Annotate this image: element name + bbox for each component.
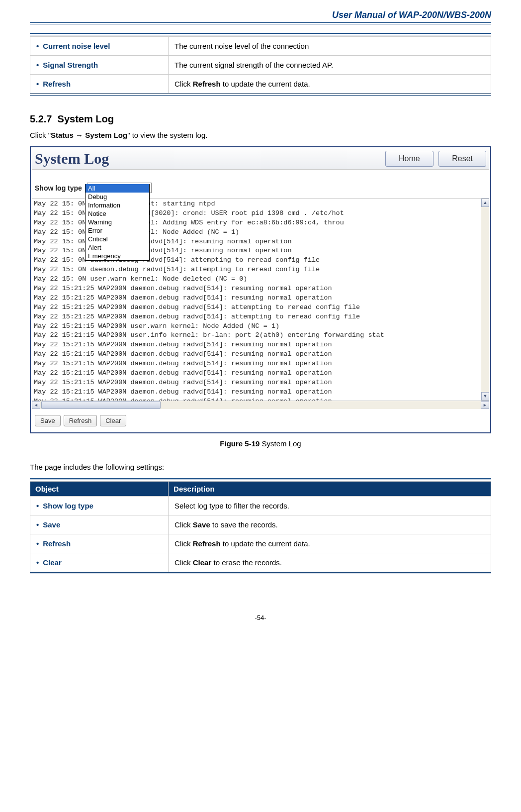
object-cell: •Signal Strength [30,56,169,75]
table-row: •SaveClick Save to save the records. [30,515,491,534]
save-button[interactable]: Save [35,415,61,426]
description-cell: Select log type to filter the records. [169,497,491,515]
log-line: May 22 15:21:15 WAP200N daemon.debug rad… [34,340,480,350]
description-cell: Click Refresh to update the current data… [169,534,491,553]
select-option[interactable]: Alert [86,243,149,252]
select-option[interactable]: Emergency [86,252,149,260]
section-heading: 5.2.7 System Log [30,113,491,125]
log-line: May 22 15: 0N user.warn kernel: Node del… [34,275,480,284]
log-line: May 22 15:21:15 WAP200N user.warn kernel… [34,322,480,331]
log-line: May 22 15:21:15 WAP200N daemon.debug rad… [34,369,480,378]
table-row: •Current noise levelThe current noise le… [30,37,491,56]
vertical-scrollbar[interactable]: ▲ ▼ [481,199,489,401]
description-cell: The current noise level of the connectio… [169,37,491,56]
table-row: •Show log typeSelect log type to filter … [30,497,491,515]
description-cell: Click Clear to erase the records. [169,553,491,572]
page-number: -54- [30,614,491,621]
log-container: May 22 15: 0N user.notice root: starting… [32,199,489,401]
scroll-left-icon[interactable]: ◄ [32,401,40,409]
object-cell: •Refresh [30,534,169,553]
col-description: Description [169,482,491,497]
object-cell: •Show log type [30,497,169,515]
select-option[interactable]: All [86,184,149,193]
settings-intro: The page includes the following settings… [30,463,491,471]
select-option[interactable]: Debug [86,193,149,201]
log-line: May 22 15:21:25 WAP200N daemon.debug rad… [34,303,480,312]
scroll-right-icon[interactable]: ► [481,401,489,409]
log-line: May 22 15:21:25 WAP200N daemon.debug rad… [34,312,480,322]
object-cell: •Clear [30,553,169,572]
description-cell: Click Save to save the records. [169,515,491,534]
table-row: •ClearClick Clear to erase the records. [30,553,491,572]
log-line: May 22 15:21:15 WAP200N user.info kernel… [34,331,480,340]
col-object: Object [30,482,169,497]
log-line: May 22 15:21:15 WAP200N daemon.debug rad… [34,350,480,359]
log-line: May 22 15:21:15 WAP200N daemon.debug rad… [34,397,480,401]
log-line: May 22 15:21:25 WAP200N daemon.debug rad… [34,294,480,303]
select-option[interactable]: Error [86,226,149,235]
scroll-up-icon[interactable]: ▲ [481,199,489,207]
log-line: May 22 15:21:15 WAP200N daemon.debug rad… [34,378,480,388]
reset-button[interactable]: Reset [438,151,486,167]
select-option[interactable]: Warning [86,218,149,226]
doc-header: User Manual of WAP-200N/WBS-200N [30,10,491,24]
clear-button[interactable]: Clear [100,415,126,426]
log-type-dropdown[interactable]: AllDebugInformationNoticeWarningErrorCri… [85,184,150,261]
scroll-down-icon[interactable]: ▼ [481,392,489,401]
bottom-buttons: Save Refresh Clear [32,409,489,431]
scroll-thumb[interactable] [41,401,161,409]
refresh-button[interactable]: Refresh [64,415,97,426]
log-line: May 22 15:21:15 WAP200N daemon.debug rad… [34,359,480,369]
object-cell: •Refresh [30,75,169,94]
object-cell: •Current noise level [30,37,169,56]
param-table-1: •Current noise levelThe current noise le… [30,36,491,94]
table-row: •RefreshClick Refresh to update the curr… [30,75,491,94]
select-option[interactable]: Notice [86,209,149,218]
object-cell: •Save [30,515,169,534]
param-table-2: Object Description •Show log typeSelect … [30,481,491,572]
log-line: May 22 15: 0N daemon.debug radvd[514]: a… [34,265,480,275]
select-option[interactable]: Information [86,201,149,209]
home-button[interactable]: Home [385,151,434,167]
show-log-type-label: Show log type [35,183,82,192]
table-row: •Signal StrengthThe current signal stren… [30,56,491,75]
table-row: •RefreshClick Refresh to update the curr… [30,534,491,553]
description-cell: Click Refresh to update the current data… [169,75,491,94]
description-cell: The current signal strength of the conne… [169,56,491,75]
log-line: May 22 15:21:15 WAP200N daemon.debug rad… [34,388,480,397]
horizontal-scrollbar[interactable]: ◄ ► [32,401,489,409]
ui-toolbar: System Log Home Reset [32,148,489,170]
figure-caption: Figure 5-19 System Log [30,439,491,448]
log-line: May 22 15:21:25 WAP200N daemon.debug rad… [34,284,480,294]
ui-title: System Log [35,150,109,167]
section-intro: Click "Status → System Log" to view the … [30,131,491,139]
select-option[interactable]: Critical [86,235,149,243]
system-log-screenshot: System Log Home Reset Show log type All … [30,146,491,433]
